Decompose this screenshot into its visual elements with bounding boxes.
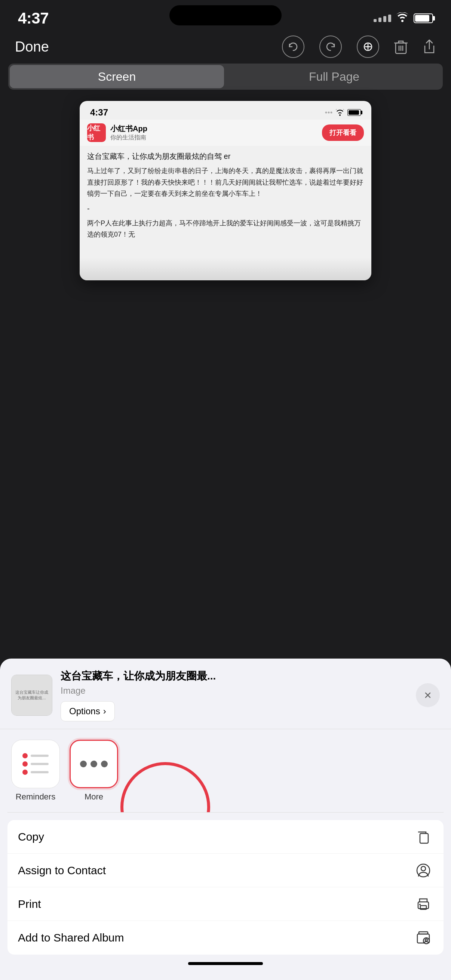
open-app-button[interactable]: 打开看看 xyxy=(322,124,364,141)
copy-label: Copy xyxy=(18,830,44,843)
status-icons xyxy=(374,12,433,25)
done-button[interactable]: Done xyxy=(15,39,49,55)
app-icon: 小红书 xyxy=(87,123,106,142)
signal-icon xyxy=(374,14,391,22)
contact-icon xyxy=(414,861,433,880)
screenshot-preview: 4:37 小红书 小红书App 你的生活指南 打开看看 xyxy=(80,101,371,280)
toolbar: Done xyxy=(0,30,451,64)
action-copy[interactable]: Copy xyxy=(8,820,443,854)
status-bar: 4:37 xyxy=(0,0,451,30)
copy-icon xyxy=(414,827,433,846)
more-icon xyxy=(80,760,108,767)
app-row: Reminders More xyxy=(0,729,451,812)
preview-area: 4:37 小红书 小红书App 你的生活指南 打开看看 xyxy=(0,90,451,291)
status-time: 4:37 xyxy=(18,10,49,27)
more-label: More xyxy=(84,792,103,802)
share-type: Image xyxy=(61,686,408,696)
options-button[interactable]: Options › xyxy=(61,701,115,721)
reminders-label: Reminders xyxy=(16,792,55,802)
action-print[interactable]: Print xyxy=(8,887,443,921)
red-circle-annotation xyxy=(120,762,210,812)
battery-icon xyxy=(414,13,433,23)
home-indicator xyxy=(188,962,263,965)
article-line-3: - xyxy=(87,202,364,215)
share-title: 这台宝藏车，让你成为朋友圈最... xyxy=(61,669,408,683)
svg-point-4 xyxy=(331,112,333,114)
assign-contact-label: Assign to Contact xyxy=(18,864,106,877)
svg-point-2 xyxy=(325,112,327,114)
share-meta: 这台宝藏车，让你成为朋友圈最... Image Options › xyxy=(61,669,408,721)
inner-status-bar: 4:37 xyxy=(80,101,371,119)
print-label: Print xyxy=(18,898,41,910)
bottom-sheet: 这台宝藏车让你成为朋友圈最炫... 这台宝藏车，让你成为朋友圈最... Imag… xyxy=(0,659,451,980)
share-thumbnail: 这台宝藏车让你成为朋友圈最炫... xyxy=(11,675,53,716)
share-button[interactable] xyxy=(422,39,436,54)
article-line-1: 这台宝藏车，让你成为朋友圈最炫的自驾 er xyxy=(87,150,364,162)
inner-status-icons xyxy=(325,109,361,116)
dynamic-island xyxy=(169,5,282,25)
delete-button[interactable] xyxy=(394,39,408,54)
article-line-4: 两个P人在此事上执行力超高，马不停蹄地开上我的爱车让好闺闺感受一波，这可是我精挑… xyxy=(87,218,364,240)
toolbar-icons xyxy=(282,35,436,58)
screen-tab[interactable]: Screen xyxy=(10,65,224,88)
wifi-icon xyxy=(397,12,408,25)
app-item-more[interactable]: More xyxy=(70,740,118,802)
svg-point-7 xyxy=(421,866,426,871)
notification-bar: 小红书 小红书App 你的生活指南 打开看看 xyxy=(80,119,371,146)
segment-control: Screen Full Page xyxy=(8,64,443,90)
more-icon-box xyxy=(70,740,118,788)
app-row-wrapper: Reminders More xyxy=(0,729,451,812)
svg-rect-12 xyxy=(419,932,428,934)
reminders-icon xyxy=(19,747,53,781)
print-icon xyxy=(414,894,433,914)
redo-button[interactable] xyxy=(319,35,342,58)
action-list: Copy Assign to Contact Print xyxy=(8,820,443,955)
shared-album-icon xyxy=(414,928,433,948)
full-page-tab[interactable]: Full Page xyxy=(227,65,441,88)
article-line-2: 马上过年了，又到了纷纷走街串巷的日子，上海的冬天，真的是魔法攻击，裹得再厚一出门… xyxy=(87,165,364,200)
share-header: 这台宝藏车让你成为朋友圈最炫... 这台宝藏车，让你成为朋友圈最... Imag… xyxy=(0,659,451,729)
reminders-icon-box xyxy=(11,740,60,788)
inner-time: 4:37 xyxy=(90,107,108,118)
annotate-button[interactable] xyxy=(357,35,379,58)
undo-button[interactable] xyxy=(282,35,304,58)
article-content: 这台宝藏车，让你成为朋友圈最炫的自驾 er 马上过年了，又到了纷纷走街串巷的日子… xyxy=(80,146,371,248)
svg-rect-5 xyxy=(420,834,428,843)
sheet-divider xyxy=(8,812,443,813)
notification-text: 小红书App 你的生活指南 xyxy=(110,124,147,142)
action-shared-album[interactable]: Add to Shared Album xyxy=(8,921,443,955)
shared-album-label: Add to Shared Album xyxy=(18,931,124,944)
close-button[interactable] xyxy=(416,683,440,707)
action-assign-contact[interactable]: Assign to Contact xyxy=(8,854,443,887)
svg-point-3 xyxy=(328,112,330,114)
svg-point-10 xyxy=(419,904,421,905)
app-item-reminders[interactable]: Reminders xyxy=(11,740,60,802)
